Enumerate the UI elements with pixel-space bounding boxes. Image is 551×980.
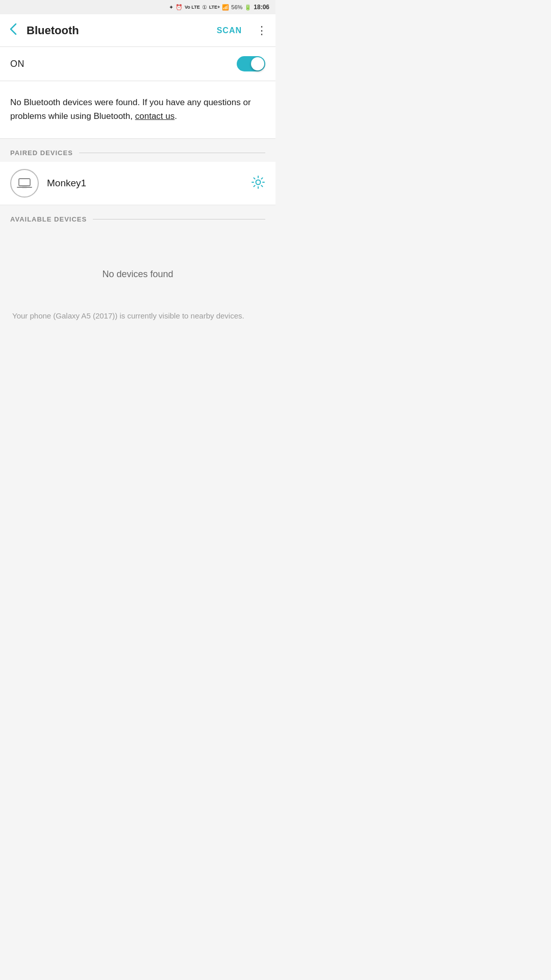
visibility-note: Your phone (Galaxy A5 (2017)) is current… — [0, 300, 276, 342]
battery-percentage: 56% — [231, 4, 242, 10]
svg-point-3 — [256, 180, 261, 185]
available-devices-divider — [93, 219, 265, 219]
back-button[interactable] — [8, 22, 18, 39]
status-icons: ✦ ⏰ Vo LTE ① LTE+ 📶 56% 🔋 18:06 — [169, 4, 269, 11]
toggle-label: ON — [10, 59, 24, 69]
available-devices-header: AVAILABLE DEVICES — [0, 205, 276, 228]
paired-devices-divider — [79, 153, 265, 153]
available-devices-label: AVAILABLE DEVICES — [10, 215, 87, 223]
info-text-end: . — [174, 111, 177, 121]
app-bar: Bluetooth SCAN ⋮ — [0, 14, 276, 47]
gear-icon — [251, 175, 265, 189]
status-bar: ✦ ⏰ Vo LTE ① LTE+ 📶 56% 🔋 18:06 — [0, 0, 276, 14]
alarm-icon: ⏰ — [176, 4, 183, 11]
laptop-icon — [17, 176, 32, 191]
visibility-note-text: Your phone (Galaxy A5 (2017)) is current… — [12, 311, 244, 320]
paired-device-item: Monkey1 — [0, 162, 276, 205]
no-devices-text: No devices found — [102, 269, 173, 279]
sim-icon: ① — [202, 4, 207, 11]
device-name: Monkey1 — [47, 178, 243, 189]
contact-us-link[interactable]: contact us — [135, 111, 175, 121]
more-options-button[interactable]: ⋮ — [256, 24, 267, 37]
device-settings-button[interactable] — [251, 175, 265, 191]
toggle-knob — [251, 57, 264, 70]
info-text: No Bluetooth devices were found. If you … — [10, 97, 251, 121]
lte-icon: LTE+ — [209, 5, 220, 10]
bluetooth-toggle[interactable] — [237, 56, 265, 71]
battery-icon: 🔋 — [244, 4, 252, 11]
scan-button[interactable]: SCAN — [217, 26, 242, 35]
status-time: 18:06 — [254, 4, 269, 11]
device-icon — [10, 169, 39, 198]
page-title: Bluetooth — [27, 24, 209, 37]
paired-devices-header: PAIRED DEVICES — [0, 139, 276, 162]
signal-icon: 📶 — [222, 4, 229, 11]
bluetooth-status-icon: ✦ — [169, 4, 173, 11]
volte-icon: Vo LTE — [185, 5, 200, 10]
info-message-section: No Bluetooth devices were found. If you … — [0, 81, 276, 139]
paired-devices-label: PAIRED DEVICES — [10, 149, 73, 157]
svg-rect-0 — [19, 179, 30, 186]
no-devices-message: No devices found — [0, 228, 276, 300]
bluetooth-toggle-section: ON — [0, 47, 276, 81]
